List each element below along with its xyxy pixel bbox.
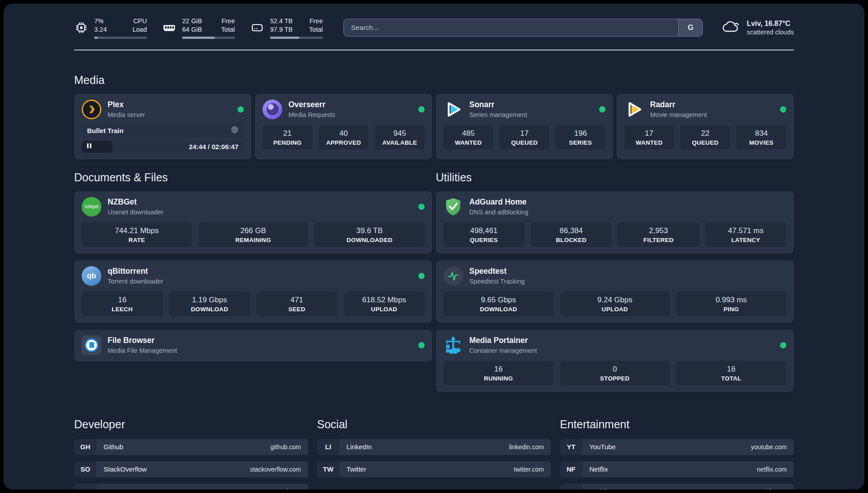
app-card-plex[interactable]: Plex Media server Bullet Train (74, 94, 251, 159)
cpu-label-top: CPU (133, 17, 147, 25)
bookmark-name: Reddit (589, 488, 609, 489)
stat-box: 16 LEECH (82, 292, 163, 316)
app-card-overseerr[interactable]: Overseerr Media Requests 21 PENDING 40 A… (255, 94, 432, 159)
app-card-portainer[interactable]: Media Portainer Container management 16 … (436, 330, 794, 392)
section-title-documents: Documents & Files (74, 171, 432, 184)
status-dot-online (780, 106, 786, 113)
bookmark-linkedin[interactable]: LI LinkedIn linkedin.com (317, 439, 551, 455)
stat-value: 17 (627, 129, 672, 138)
bookmark-url: dev.to (284, 488, 301, 489)
bookmark-name: LinkedIn (346, 443, 372, 451)
disk-value-free: 52.4 TB (270, 17, 293, 25)
bookmark-url: netflix.com (757, 466, 787, 473)
stat-label: RUNNING (446, 375, 551, 382)
stat-value: 471 (259, 296, 335, 305)
speedtest-icon (443, 266, 463, 286)
search-engine-button[interactable]: G (678, 19, 702, 36)
stat-label: MOVIES (739, 139, 784, 146)
app-card-filebrowser[interactable]: File Browser Media File Management (74, 330, 432, 362)
stat-box: 47.571 ms LATENCY (705, 222, 787, 247)
app-description: Torrent downloader (108, 277, 163, 285)
app-description: Series management (469, 111, 527, 119)
stat-box: 40 APPROVED (319, 125, 369, 150)
ram-value-free: 22 GiB (182, 17, 202, 25)
cpu-icon (74, 21, 88, 35)
stat-label: FILTERED (621, 237, 697, 243)
stat-label: PENDING (265, 139, 310, 146)
stat-box: 39.6 TB DOWNLOADED (314, 222, 425, 247)
search-input[interactable] (344, 19, 678, 36)
documents-column: Documents & Files nzbget NZBGet Usenet d… (74, 171, 432, 392)
stat-box: 266 GB REMAINING (198, 222, 309, 247)
settings-icon[interactable] (231, 126, 238, 135)
app-description: Usenet downloader (108, 208, 163, 216)
stat-label: TOTAL (679, 375, 784, 382)
stat-label: STOPPED (563, 375, 668, 382)
bookmark-dev[interactable]: DT DEV dev.to (74, 484, 308, 489)
stat-box: 21 PENDING (263, 125, 313, 150)
app-description: Speedtest Tracking (469, 277, 525, 285)
bookmark-abbr: GH (74, 439, 96, 455)
stat-value: 0.993 ms (679, 296, 784, 305)
stat-value: 39.6 TB (317, 226, 422, 235)
app-card-adguard[interactable]: AdGuard Home DNS and adblocking 498,461 … (436, 191, 794, 254)
stat-box: 0 STOPPED (560, 361, 670, 385)
bookmark-url: github.com (271, 443, 301, 451)
bookmark-netflix[interactable]: NF Netflix netflix.com (560, 461, 794, 477)
app-name: NZBGet (108, 197, 163, 207)
stat-value: 86,384 (534, 226, 609, 235)
stat-value: 40 (321, 129, 366, 138)
stat-box: 945 AVAILABLE (375, 125, 425, 150)
bookmark-github[interactable]: GH Github github.com (74, 439, 308, 455)
player-progress-bar[interactable]: 24:44 / 02:06:47 (82, 141, 244, 153)
ram-stat: 22 GiB 64 GiB Free Total (162, 17, 235, 39)
app-card-radarr[interactable]: Radarr Movie management 17 WANTED 22 QUE… (617, 94, 794, 159)
status-dot-online (780, 342, 786, 348)
disk-stat: 52.4 TB 97.9 TB Free Total (250, 17, 323, 39)
bookmark-stackoverflow[interactable]: SO StackOverflow stackoverflow.com (74, 461, 308, 477)
stat-label: REMAINING (201, 237, 306, 243)
app-card-qbittorrent[interactable]: qb qBittorrent Torrent downloader 16 LEE… (74, 260, 432, 323)
app-name: File Browser (108, 336, 177, 346)
app-card-speedtest[interactable]: Speedtest Speedtest Tracking 9.65 Gbps D… (436, 260, 794, 323)
now-playing-title: Bullet Train (87, 127, 124, 134)
bookmark-abbr: TW (317, 461, 339, 477)
app-name: Radarr (650, 100, 707, 110)
stat-box: 17 QUEUED (500, 125, 550, 150)
stat-value: 9.24 Gbps (563, 296, 668, 305)
stat-value: 9.65 Gbps (446, 296, 551, 305)
app-name: AdGuard Home (469, 197, 528, 207)
app-name: Overseerr (288, 100, 335, 110)
app-name: qBittorrent (108, 267, 163, 276)
bookmark-abbr: RE (560, 484, 582, 489)
bookmark-youtube[interactable]: YT YouTube youtube.com (560, 439, 794, 455)
cpu-value-percent: 7% (94, 17, 107, 25)
stat-label: QUERIES (446, 237, 522, 243)
app-name: Media Portainer (469, 336, 537, 346)
section-title-utilities: Utilities (436, 171, 794, 184)
bookmark-abbr: DT (74, 484, 96, 489)
utilities-column: Utilities (436, 171, 794, 392)
section-title-social: Social (317, 418, 551, 431)
app-card-sonarr[interactable]: Sonarr Series management 485 WANTED 17 Q… (436, 94, 613, 159)
portainer-icon (443, 335, 463, 355)
stat-box: 618.52 Mbps UPLOAD (344, 292, 425, 316)
stat-label: APPROVED (321, 139, 366, 146)
bookmark-twitter[interactable]: TW Twitter twitter.com (317, 461, 551, 477)
stat-box: 9.65 Gbps DOWNLOAD (443, 292, 554, 316)
bookmark-reddit[interactable]: RE Reddit reddit.com (560, 484, 794, 489)
bookmark-name: DEV (104, 488, 117, 489)
status-dot-online (418, 204, 425, 210)
search-bar: G (343, 19, 703, 37)
ram-value-total: 64 GiB (182, 25, 202, 34)
stat-value: 618.52 Mbps (346, 296, 422, 305)
nzbget-icon: nzbget (82, 197, 101, 217)
app-card-nzbget[interactable]: nzbget NZBGet Usenet downloader 744.21 M… (74, 191, 432, 254)
disk-icon (250, 21, 264, 35)
ram-icon (162, 21, 176, 35)
ram-label-top: Free (221, 17, 235, 25)
pause-icon[interactable] (87, 142, 92, 150)
stat-label: DOWNLOAD (446, 306, 551, 313)
stat-value: 17 (502, 129, 547, 138)
stat-box: 471 SEED (256, 292, 338, 316)
